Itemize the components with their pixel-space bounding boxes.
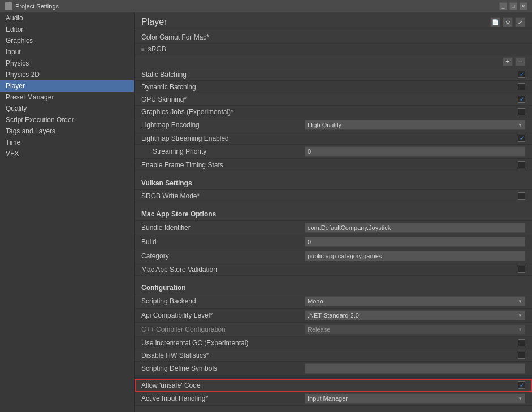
lightmap-encoding-dropdown[interactable]: High Quality ▼ bbox=[305, 120, 525, 130]
frame-timing-row: Enable Frame Timing Stats bbox=[135, 159, 532, 171]
cpp-compiler-arrow: ▼ bbox=[518, 327, 522, 332]
active-input-row: Active Input Handling* Input Manager ▼ bbox=[135, 392, 532, 406]
disable-hw-checkbox[interactable] bbox=[518, 352, 525, 359]
header-icon-expand[interactable]: ⤢ bbox=[515, 17, 525, 27]
streaming-priority-label: Streaming Priority bbox=[141, 148, 305, 155]
add-button[interactable]: + bbox=[503, 57, 513, 66]
cpp-compiler-row: C++ Compiler Configuration Release ▼ bbox=[135, 323, 532, 337]
minimize-button[interactable]: _ bbox=[499, 2, 507, 10]
title-bar-controls[interactable]: _ □ ✕ bbox=[499, 2, 527, 10]
settings-content: Color Gamut For Mac* ≡ sRGB + − Static B… bbox=[135, 31, 532, 412]
disable-hw-label: Disable HW Statistics* bbox=[141, 352, 518, 359]
lightmap-encoding-row: Lightmap Encoding High Quality ▼ bbox=[135, 118, 532, 132]
sidebar-item-presetmanager[interactable]: Preset Manager bbox=[0, 92, 134, 103]
close-button[interactable]: ✕ bbox=[520, 2, 527, 10]
allow-unsafe-checkbox[interactable] bbox=[518, 381, 525, 389]
sidebar-item-physics[interactable]: Physics bbox=[0, 58, 134, 69]
api-compat-arrow: ▼ bbox=[518, 313, 522, 318]
scripting-backend-label: Scripting Backend bbox=[141, 297, 305, 305]
sidebar-item-player[interactable]: Player bbox=[0, 80, 134, 92]
mac-validation-checkbox[interactable] bbox=[518, 266, 525, 273]
optimization-section-header: Optimization bbox=[135, 409, 532, 412]
srgb-label: sRGB bbox=[148, 45, 525, 53]
active-input-value: Input Manager bbox=[308, 395, 348, 402]
gpu-skinning-label: GPU Skinning* bbox=[141, 96, 518, 103]
disable-hw-row: Disable HW Statistics* bbox=[135, 349, 532, 362]
incremental-gc-row: Use incremental GC (Experimental) bbox=[135, 337, 532, 349]
srgb-row: ≡ sRGB bbox=[135, 44, 532, 55]
dynamic-batching-label: Dynamic Batching bbox=[141, 83, 518, 91]
scripting-define-input[interactable] bbox=[305, 363, 525, 374]
title-bar: Project Settings _ □ ✕ bbox=[0, 0, 532, 12]
vulkan-section-header: Vulkan Settings bbox=[135, 175, 532, 190]
api-compat-value: .NET Standard 2.0 bbox=[308, 312, 359, 319]
srgb-handle-icon: ≡ bbox=[141, 46, 145, 53]
static-batching-label: Static Batching bbox=[141, 71, 518, 79]
header-icon-settings[interactable]: ⚙ bbox=[503, 17, 513, 27]
header-icon-book[interactable]: 📄 bbox=[490, 17, 500, 27]
category-row: Category bbox=[135, 249, 532, 263]
sidebar-item-vfx[interactable]: VFX bbox=[0, 148, 134, 159]
content-header: Player 📄 ⚙ ⤢ bbox=[135, 12, 532, 31]
allow-unsafe-row: Allow 'unsafe' Code bbox=[135, 379, 532, 392]
lightmap-encoding-arrow: ▼ bbox=[518, 123, 522, 128]
mac-appstore-section-header: Mac App Store Options bbox=[135, 206, 532, 221]
color-gamut-label: Color Gamut For Mac* bbox=[141, 33, 525, 41]
scripting-define-label: Scripting Define Symbols bbox=[141, 365, 305, 372]
graphics-jobs-row: Graphics Jobs (Experimental)* bbox=[135, 106, 532, 118]
sidebar-item-audio[interactable]: Audio bbox=[0, 12, 134, 24]
color-gamut-row: Color Gamut For Mac* bbox=[135, 31, 532, 44]
incremental-gc-checkbox[interactable] bbox=[518, 339, 525, 346]
graphics-jobs-label: Graphics Jobs (Experimental)* bbox=[141, 108, 518, 116]
scripting-backend-dropdown[interactable]: Mono ▼ bbox=[305, 296, 525, 306]
srgb-write-label: SRGB Write Mode* bbox=[141, 192, 518, 200]
active-input-dropdown[interactable]: Input Manager ▼ bbox=[305, 393, 525, 404]
dynamic-batching-checkbox[interactable] bbox=[518, 83, 525, 90]
mac-validation-row: Mac App Store Validation bbox=[135, 263, 532, 276]
sidebar-item-tagsandlayers[interactable]: Tags and Layers bbox=[0, 125, 134, 137]
srgb-write-checkbox[interactable] bbox=[518, 192, 525, 200]
lightmap-streaming-checkbox[interactable] bbox=[518, 135, 525, 142]
content-area: Player 📄 ⚙ ⤢ Color Gamut For Mac* ≡ sRGB… bbox=[135, 12, 532, 412]
build-label: Build bbox=[141, 238, 305, 246]
bundle-identifier-input[interactable] bbox=[305, 223, 525, 233]
static-batching-checkbox[interactable] bbox=[518, 71, 525, 78]
title-bar-icon bbox=[5, 2, 12, 10]
gpu-skinning-checkbox[interactable] bbox=[518, 96, 525, 103]
lightmap-streaming-label: Lightmap Streaming Enabled bbox=[141, 135, 518, 142]
dynamic-batching-row: Dynamic Batching bbox=[135, 81, 532, 93]
allow-unsafe-label: Allow 'unsafe' Code bbox=[141, 381, 518, 389]
scripting-define-row: Scripting Define Symbols bbox=[135, 362, 532, 376]
lightmap-encoding-value: High Quality bbox=[308, 122, 341, 128]
frame-timing-label: Enable Frame Timing Stats bbox=[141, 161, 518, 169]
bundle-identifier-row: Bundle Identifier bbox=[135, 221, 532, 235]
active-input-arrow: ▼ bbox=[518, 396, 522, 401]
category-input[interactable] bbox=[305, 251, 525, 261]
scripting-backend-row: Scripting Backend Mono ▼ bbox=[135, 294, 532, 309]
lightmap-streaming-row: Lightmap Streaming Enabled bbox=[135, 132, 532, 145]
active-input-label: Active Input Handling* bbox=[141, 394, 305, 402]
streaming-priority-row: Streaming Priority bbox=[135, 145, 532, 159]
mac-validation-label: Mac App Store Validation bbox=[141, 266, 518, 274]
cpp-compiler-dropdown[interactable]: Release ▼ bbox=[305, 324, 525, 335]
config-section-header: Configuration bbox=[135, 279, 532, 294]
sidebar-item-physics2d[interactable]: Physics 2D bbox=[0, 69, 134, 80]
sidebar-item-time[interactable]: Time bbox=[0, 137, 134, 148]
api-compat-dropdown[interactable]: .NET Standard 2.0 ▼ bbox=[305, 310, 525, 320]
sidebar-item-graphics[interactable]: Graphics bbox=[0, 35, 134, 46]
graphics-jobs-checkbox[interactable] bbox=[518, 108, 525, 115]
sidebar-item-scriptexecutionorder[interactable]: Script Execution Order bbox=[0, 114, 134, 125]
remove-button[interactable]: − bbox=[515, 57, 525, 66]
srgb-write-row: SRGB Write Mode* bbox=[135, 190, 532, 202]
frame-timing-checkbox[interactable] bbox=[518, 161, 525, 168]
build-input[interactable] bbox=[305, 237, 525, 247]
build-row: Build bbox=[135, 235, 532, 249]
maximize-button[interactable]: □ bbox=[509, 2, 517, 10]
scripting-backend-value: Mono bbox=[308, 298, 323, 305]
sidebar-item-input[interactable]: Input bbox=[0, 46, 134, 58]
streaming-priority-input[interactable] bbox=[305, 146, 525, 157]
sidebar-item-editor[interactable]: Editor bbox=[0, 24, 134, 35]
sidebar-item-quality[interactable]: Quality bbox=[0, 103, 134, 114]
static-batching-row: Static Batching bbox=[135, 68, 532, 81]
sidebar: Audio Editor Graphics Input Physics Phys… bbox=[0, 12, 135, 412]
